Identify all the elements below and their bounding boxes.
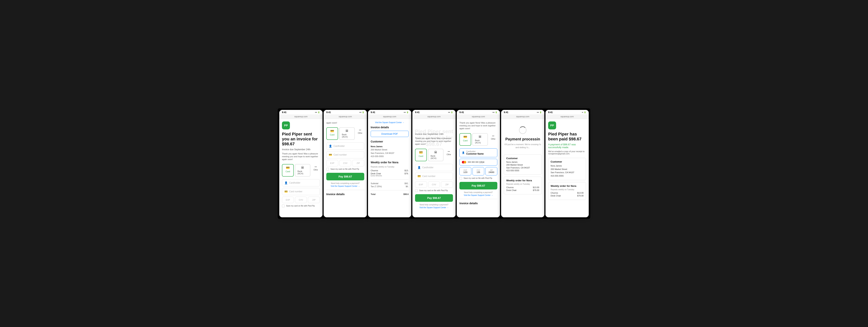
save-card-checkbox-4[interactable] [415,189,418,192]
status-bar-7: 9:41 ▪▪ 🔋 [546,110,589,115]
cardholder-small-5: Cardholder [466,151,484,153]
customer-address-3: 200 Market Street [371,148,409,152]
exp-field-4[interactable]: EXP [415,181,427,188]
zip-field-1[interactable]: ZIP [308,197,320,203]
tab-ach-1[interactable]: 🏛 Bank (ACH) [295,164,310,176]
zip-filled-5[interactable]: ZIP 24680 [485,167,497,175]
exp-filled-5[interactable]: EXP 1/20 [459,167,471,175]
cardholder-field-2[interactable]: 👤 Cardholder [326,142,364,150]
time-2: 9:41 [326,111,331,114]
other-tab-label: Othe [313,169,318,171]
mastercard-icon-5 [462,161,466,164]
save-card-checkbox-1[interactable] [282,205,285,207]
ach-tab-label-2: Bank (ACH) [342,133,352,138]
tab-card-2[interactable]: 💳 Card [326,127,338,140]
person-icon-2: 👤 [329,144,332,148]
tab-other-5[interactable]: ••• Othe [489,133,497,146]
card-details-filled-5: EXP 1/20 CVV 135 ZIP 24680 [459,167,497,175]
card-number-field-4[interactable]: 💳 Card number [415,173,453,180]
invoice-due-1: Invoice due September 24th [282,148,320,151]
customer-section-6: Customer Nora James 200 Market Street Sa… [504,154,542,175]
customer-phone-3: 415-555-5555 [371,155,409,158]
cname-label: Nora James [506,161,518,163]
status-bar-3: 9:41 ▪▪▪ 🔋 [368,110,411,115]
mc-right [464,161,466,164]
tab-ach-2[interactable]: 🏛 Bank (ACH) [339,127,355,140]
help-text-4: Need help completing a payment? [415,204,453,206]
logo-7: PP [548,122,556,129]
time-7: 9:41 [548,111,553,114]
battery-icon-6: 🔋 [539,111,542,113]
cphone-label: 415-555-5555 [506,169,519,172]
processing-content-6: Payment processin It'll just be a moment… [501,119,544,152]
save-card-row-2: Save my card on file with Pied Pip [326,168,364,170]
status-icons-7: ▪▪ 🔋 [582,111,586,113]
pay-button-5[interactable]: Pay $98.67 [459,182,497,190]
tab-other-1[interactable]: ••• Othe [312,164,320,176]
ach-tab-icon-2: 🏛 [345,129,348,133]
exp-field-2[interactable]: EXP [326,160,338,166]
save-card-row-1: Save my card on file with Pied Pip [282,205,320,207]
churros-label-7: Churros [551,192,558,194]
tab-other-2[interactable]: ••• Othe [356,127,364,140]
tab-card-1[interactable]: 💳 Card [282,164,294,176]
save-card-checkbox-5[interactable] [459,177,462,179]
cardholder-field-4[interactable]: 👤 Cardholder [415,164,453,171]
battery-icon-7: 🔋 [584,111,586,113]
pay-button-4[interactable]: Pay $98.67 [415,194,453,202]
tab-ach-5[interactable]: 🏛 Bank (ACH) [472,133,488,146]
cvv-filled-5[interactable]: CVV 135 [472,167,485,175]
zip-field-4[interactable]: ZIP [441,181,453,188]
card-number-placeholder-1: Card number [289,190,302,193]
save-card-label-5: Save my card on file with Pied Pip [464,177,492,179]
ach-tab-icon: 🏛 [301,166,304,169]
payment-tabs-2: 💳 Card 🏛 Bank (ACH) ••• Othe [326,127,364,140]
zip-field-2[interactable]: ZIP [352,160,364,166]
ach-tab-label-5: Bank (ACH) [475,139,485,144]
support-link-4[interactable]: Visit the Square Support Center → [415,206,453,208]
tab-card-5[interactable]: 💳 Card [459,133,471,146]
processing-title-6: Payment processin [505,137,540,141]
cvv-field-1[interactable]: CVV [295,197,307,203]
card-number-filled-5[interactable]: •••• •••• •••• 1314 [459,159,497,166]
cardholder-filled-5[interactable]: 👤 Cardholder Customer Name [459,148,497,157]
card-number-field-2[interactable]: 💳 Card number [326,151,364,158]
exp-field-1[interactable]: EXP [282,197,294,203]
order-section-6: Weekly order for Nora Repeats weekly on … [504,176,542,194]
other-tab-icon-4: ••• [448,150,450,153]
card-number-field-1[interactable]: 💳 Card number [282,188,320,195]
time-1: 9:41 [282,111,286,114]
save-card-row-4: Save my card on file with Pied Pip [415,189,453,192]
other-tab-icon: ••• [315,166,317,168]
chair-info: Desk Chair Extra Wheels [371,172,382,177]
chair-price-7: $79.00 [577,195,584,197]
battery-icon-5: 🔋 [495,111,497,113]
tab-other-4[interactable]: ••• Othe [445,149,453,161]
card-icon-4: 💳 [417,175,421,178]
support-link-2[interactable]: Visit the Square Support Center → [326,185,364,187]
support-link-5[interactable]: Visit the Square Support Center → [459,194,497,196]
save-card-checkbox-2[interactable] [326,168,329,170]
success-body-7: We've emailed a copy of your receipt to … [548,150,586,155]
download-pdf-3[interactable]: Download PDF [371,131,409,137]
ach-tab-icon-5: 🏛 [478,135,482,138]
support-link-top-3[interactable]: Visit the Square Support Center → [371,122,409,124]
customer-city-3: San Francisco, CA 94107 [371,152,409,155]
time-5: 9:41 [459,111,464,114]
card-tab-label-4: Card [418,155,423,157]
logo-1: PP [282,122,290,129]
pay-button-2[interactable]: Pay $98.67 [326,173,364,181]
cvv-field-4[interactable]: CVV [428,181,440,188]
card-tab-icon-4: 💳 [419,151,423,154]
tab-card-4[interactable]: 💳 Card [415,149,427,161]
customer-title-6: Customer [506,157,539,160]
order-repeat-6: Repeats weekly on Tuesday [506,183,539,185]
payment-tabs-4: 💳 Card 🏛 Bank (ACH) ••• Othe [415,149,453,161]
order-item-churros-6: Churros$13.00 [506,186,539,189]
ach-tab-label: Bank (ACH) [298,170,308,175]
tab-ach-4[interactable]: 🏛 Bank (ACH) [428,149,443,161]
save-card-label-4: Save my card on file with Pied Pip [419,190,448,192]
cvv-field-2[interactable]: CVV [339,160,351,166]
cardholder-field-1[interactable]: 👤 Cardholder [282,179,320,187]
item-name-churros: Churros [371,169,378,172]
